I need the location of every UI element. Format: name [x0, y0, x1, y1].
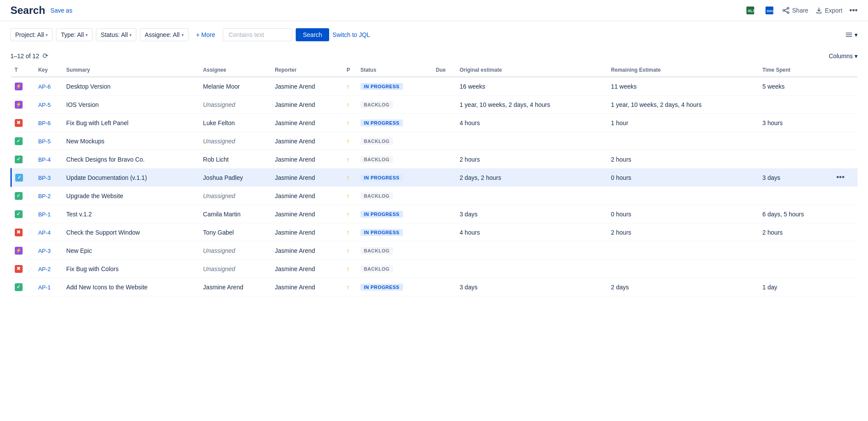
issue-key-link[interactable]: AP-5	[38, 102, 51, 108]
type-filter-chevron: ▾	[86, 33, 88, 37]
cell-assignee: Unassigned	[203, 242, 275, 260]
export-icon	[815, 7, 822, 14]
assignee-name: Joshua Padley	[203, 174, 243, 181]
task-icon: ✓	[15, 174, 23, 182]
columns-button[interactable]: Columns ▾	[829, 53, 858, 60]
issue-key-link[interactable]: BP-3	[38, 175, 51, 181]
issues-table: T Key Summary Assignee Reporter P Status…	[10, 63, 858, 296]
page-title: Search	[10, 4, 45, 17]
issue-summary: Upgrade the Website	[66, 192, 123, 199]
cell-status: BACKLOG	[360, 96, 436, 114]
cell-original-estimate	[459, 260, 611, 278]
cell-original-estimate: 4 hours	[459, 223, 611, 242]
status-badge: BACKLOG	[360, 138, 393, 145]
issue-key-link[interactable]: AP-3	[38, 248, 51, 254]
col-remaining-estimate: Remaining Estimate	[611, 63, 762, 77]
svg-point-5	[783, 10, 785, 11]
cell-summary: Check the Support Window	[66, 223, 203, 242]
cell-time-spent	[762, 260, 836, 278]
cell-row-menu: •••	[836, 260, 858, 278]
cell-row-menu: •••	[836, 77, 858, 96]
cell-type: ✖	[11, 260, 38, 278]
svg-point-6	[787, 12, 789, 13]
table-row[interactable]: ⚡ AP-6 Desktop Version Melanie Moor Jasm…	[11, 77, 858, 96]
row-menu-button[interactable]: •••	[836, 173, 845, 182]
original-estimate: 1 year, 10 weeks, 2 days, 4 hours	[459, 101, 550, 108]
status-filter-label: Status: All	[101, 31, 128, 38]
cell-row-menu: •••	[836, 205, 858, 223]
issue-key-link[interactable]: BP-6	[38, 120, 51, 126]
search-input[interactable]	[223, 28, 292, 41]
table-row[interactable]: ⚡ AP-3 New Epic Unassigned Jasmine Arend…	[11, 242, 858, 260]
cell-row-menu: •••	[836, 114, 858, 132]
reporter-name: Jasmine Arend	[275, 138, 315, 145]
header-more-button[interactable]: •••	[849, 6, 858, 15]
cell-type: ✓	[11, 150, 38, 169]
remaining-estimate: 2 hours	[611, 229, 631, 236]
table-row[interactable]: ✓ BP-2 Upgrade the Website Unassigned Ja…	[11, 187, 858, 205]
cell-key: AP-1	[38, 278, 66, 296]
issues-table-container: T Key Summary Assignee Reporter P Status…	[0, 63, 868, 296]
table-row[interactable]: ✓ AP-1 Add New Icons to the Website Jasm…	[11, 278, 858, 296]
issue-summary: Fix Bug with Left Panel	[66, 119, 129, 126]
issue-key-link[interactable]: AP-6	[38, 83, 51, 90]
issue-key-link[interactable]: AP-1	[38, 284, 51, 291]
issue-key-link[interactable]: AP-2	[38, 266, 51, 272]
export-button[interactable]: Export	[815, 7, 842, 14]
cell-row-menu: •••	[836, 169, 858, 187]
table-row[interactable]: ✓ BP-5 New Mockups Unassigned Jasmine Ar…	[11, 132, 858, 150]
original-estimate: 3 days	[459, 284, 477, 291]
search-button[interactable]: Search	[296, 28, 329, 41]
cell-original-estimate	[459, 242, 611, 260]
assignee-filter[interactable]: Assignee: All ▾	[140, 28, 188, 41]
project-filter[interactable]: Project: All ▾	[10, 28, 53, 41]
refresh-icon[interactable]: ⟳	[43, 52, 48, 60]
cell-original-estimate: 3 days	[459, 278, 611, 296]
issue-key-link[interactable]: BP-5	[38, 138, 51, 145]
table-row[interactable]: ✖ AP-2 Fix Bug with Colors Unassigned Ja…	[11, 260, 858, 278]
col-time-spent: Time Spent	[762, 63, 836, 77]
status-filter[interactable]: Status: All ▾	[96, 28, 136, 41]
table-row[interactable]: ✓ BP-3 Update Documentation (v.1.1) Josh…	[11, 169, 858, 187]
issue-key-link[interactable]: BP-4	[38, 156, 51, 163]
status-badge: IN PROGRESS	[360, 229, 403, 236]
cell-reporter: Jasmine Arend	[275, 96, 347, 114]
save-as-link[interactable]: Save as	[50, 7, 73, 14]
table-row[interactable]: ✓ BP-1 Test v.1.2 Camila Martin Jasmine …	[11, 205, 858, 223]
cell-remaining-estimate	[611, 242, 762, 260]
cell-time-spent: 1 day	[762, 278, 836, 296]
cell-original-estimate	[459, 187, 611, 205]
issue-key-link[interactable]: AP-4	[38, 229, 51, 236]
header-actions: XLS DOC Share Export	[744, 4, 858, 17]
cell-status: IN PROGRESS	[360, 205, 436, 223]
cell-due	[436, 169, 460, 187]
cell-summary: Add New Icons to the Website	[66, 278, 203, 296]
cell-status: IN PROGRESS	[360, 278, 436, 296]
table-header-row: T Key Summary Assignee Reporter P Status…	[11, 63, 858, 77]
results-bar: 1–12 of 12 ⟳ Columns ▾	[0, 48, 868, 63]
cell-original-estimate	[459, 132, 611, 150]
cell-summary: New Epic	[66, 242, 203, 260]
project-filter-label: Project: All	[15, 31, 44, 38]
table-row[interactable]: ✓ BP-4 Check Designs for Bravo Co. Rob L…	[11, 150, 858, 169]
switch-jql-link[interactable]: Switch to JQL	[333, 31, 370, 38]
col-original-estimate: Original estimate	[459, 63, 611, 77]
story-icon: ✓	[15, 210, 23, 218]
excel-export-icon[interactable]: XLS	[744, 4, 756, 17]
cell-priority: ↑	[347, 223, 360, 242]
table-row[interactable]: ⚡ AP-5 IOS Version Unassigned Jasmine Ar…	[11, 96, 858, 114]
reporter-name: Jasmine Arend	[275, 83, 315, 90]
type-filter[interactable]: Type: All ▾	[56, 28, 92, 41]
issue-key-link[interactable]: BP-2	[38, 193, 51, 199]
doc-export-icon[interactable]: DOC	[763, 4, 776, 17]
cell-summary: Desktop Version	[66, 77, 203, 96]
share-button[interactable]: Share	[782, 7, 808, 14]
table-row[interactable]: ✖ BP-6 Fix Bug with Left Panel Luke Felt…	[11, 114, 858, 132]
cell-original-estimate: 1 year, 10 weeks, 2 days, 4 hours	[459, 96, 611, 114]
cell-priority: ↑	[347, 278, 360, 296]
table-row[interactable]: ✖ AP-4 Check the Support Window Tony Gab…	[11, 223, 858, 242]
issue-key-link[interactable]: BP-1	[38, 211, 51, 218]
more-filters-button[interactable]: + More	[192, 29, 220, 41]
cell-time-spent	[762, 150, 836, 169]
svg-text:XLS: XLS	[748, 9, 754, 13]
